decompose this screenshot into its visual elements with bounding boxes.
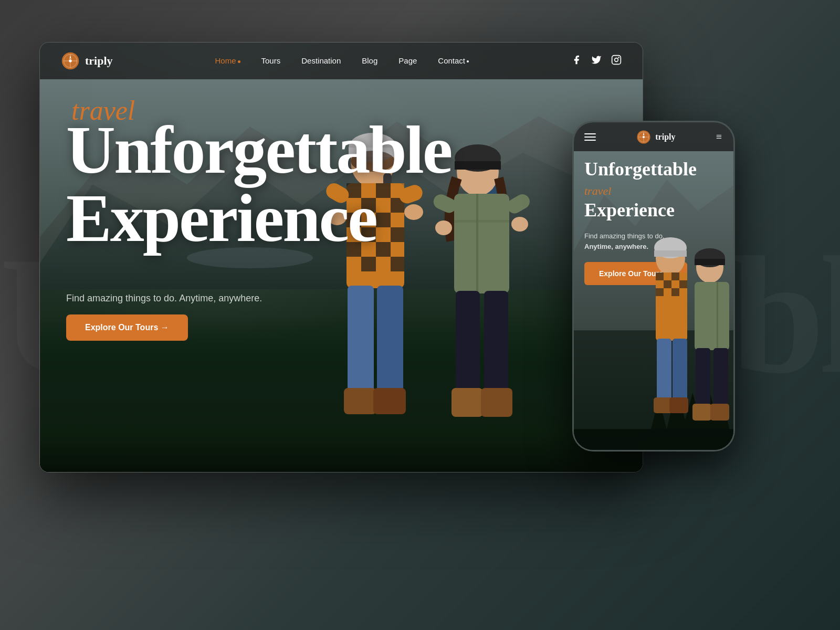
- svg-rect-109: [656, 288, 664, 296]
- logo-icon: [61, 51, 80, 70]
- desktop-cta-button[interactable]: Explore Our Tours →: [66, 314, 188, 341]
- svg-rect-81: [481, 388, 512, 417]
- svg-rect-55: [361, 257, 376, 271]
- svg-rect-103: [671, 272, 679, 280]
- svg-rect-124: [692, 404, 711, 421]
- svg-rect-71: [454, 194, 509, 293]
- mobile-menu-icon[interactable]: ≡: [716, 131, 723, 143]
- svg-rect-73: [454, 220, 509, 223]
- twitter-icon[interactable]: [591, 55, 602, 68]
- desktop-hero: triply Home Tours Destination Blog Page: [40, 43, 643, 472]
- svg-rect-102: [664, 272, 671, 280]
- hamburger-menu[interactable]: [584, 133, 596, 141]
- svg-point-26: [615, 58, 618, 61]
- nav-logo[interactable]: triply: [61, 51, 113, 70]
- nav-item-destination[interactable]: Destination: [301, 56, 341, 66]
- nav-item-home[interactable]: Home: [215, 56, 240, 66]
- svg-rect-120: [695, 282, 729, 350]
- nav-item-blog[interactable]: Blog: [362, 56, 377, 66]
- desktop-mockup: triply Home Tours Destination Blog Page: [39, 42, 643, 472]
- svg-rect-70: [455, 161, 501, 170]
- mobile-hero: triply ≡ Unforgettable travel Experience…: [574, 122, 733, 450]
- svg-rect-57: [391, 257, 404, 271]
- svg-rect-111: [671, 288, 679, 296]
- svg-rect-106: [664, 280, 671, 288]
- svg-rect-79: [484, 291, 508, 401]
- hamburger-line-1: [584, 133, 596, 134]
- svg-rect-63: [377, 286, 403, 401]
- hero-title-line1: Unforgettable: [66, 116, 452, 184]
- mobile-navbar: triply ≡: [574, 122, 733, 151]
- svg-rect-78: [456, 291, 480, 401]
- svg-rect-25: [612, 55, 621, 64]
- mobile-logo-icon: [636, 130, 651, 144]
- mobile-mockup: triply ≡ Unforgettable travel Experience…: [572, 121, 735, 452]
- svg-rect-107: [671, 280, 679, 288]
- facebook-icon[interactable]: [571, 55, 582, 68]
- svg-point-24: [69, 59, 71, 62]
- hamburger-line-2: [584, 136, 596, 138]
- nav-links: Home Tours Destination Blog Page Contact: [215, 56, 469, 66]
- nav-item-tours[interactable]: Tours: [261, 56, 281, 66]
- mobile-travel-text: travel: [584, 184, 723, 198]
- svg-rect-99: [654, 250, 687, 257]
- desktop-subtitle: Find amazing things to do. Anytime, anyw…: [66, 293, 262, 304]
- svg-rect-119: [695, 259, 725, 265]
- svg-rect-105: [656, 280, 664, 288]
- mobile-logo[interactable]: triply: [636, 130, 675, 144]
- nav-item-page[interactable]: Page: [398, 56, 417, 66]
- svg-rect-101: [656, 272, 664, 280]
- svg-rect-116: [669, 397, 688, 413]
- desktop-navbar: triply Home Tours Destination Blog Page: [40, 43, 643, 79]
- svg-rect-110: [664, 288, 671, 296]
- svg-point-77: [511, 217, 528, 232]
- mobile-people-svg: [628, 229, 733, 450]
- svg-point-96: [643, 135, 645, 138]
- svg-rect-64: [344, 388, 376, 414]
- nav-item-contact[interactable]: Contact: [438, 56, 469, 66]
- svg-rect-62: [348, 286, 374, 401]
- desktop-cta: Find amazing things to do. Anytime, anyw…: [66, 293, 262, 341]
- svg-rect-112: [679, 288, 687, 296]
- nav-social: [571, 55, 622, 68]
- mobile-title-line1: Unforgettable: [584, 159, 723, 180]
- logo-text: triply: [85, 54, 113, 68]
- svg-rect-108: [679, 280, 687, 288]
- hamburger-line-3: [584, 140, 596, 141]
- svg-rect-121: [717, 282, 718, 350]
- svg-rect-80: [452, 388, 483, 417]
- hero-title-line2: Experience: [66, 184, 452, 252]
- svg-rect-72: [476, 194, 478, 293]
- svg-point-27: [618, 57, 620, 58]
- instagram-icon[interactable]: [611, 55, 622, 68]
- svg-rect-125: [710, 404, 729, 421]
- hero-content: travel Unforgettable Experience: [66, 95, 452, 252]
- mobile-title-line2: Experience: [584, 200, 723, 221]
- svg-rect-54: [346, 257, 361, 271]
- mobile-logo-text: triply: [655, 132, 675, 142]
- svg-rect-104: [679, 272, 687, 280]
- svg-rect-65: [373, 388, 406, 414]
- svg-rect-56: [376, 257, 391, 271]
